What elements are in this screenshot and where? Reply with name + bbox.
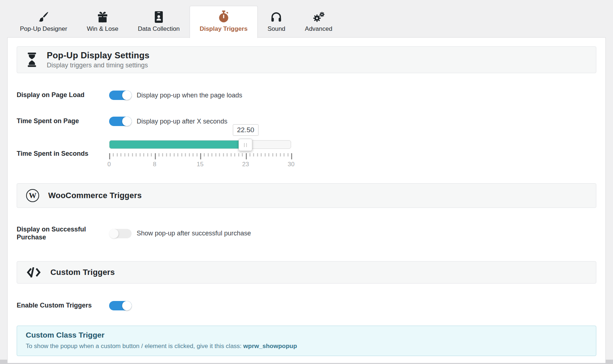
slider-track[interactable] xyxy=(109,140,291,149)
slider-minor-tick xyxy=(257,153,258,156)
slider-major-tick xyxy=(246,153,247,159)
tab-advanced[interactable]: Advanced xyxy=(295,6,342,37)
tab-label: Display Triggers xyxy=(200,25,248,33)
setting-label: Time Spent on Page xyxy=(17,117,109,125)
address-card-icon xyxy=(154,11,163,23)
slider-minor-tick xyxy=(253,153,254,156)
section-header-custom-triggers: Custom Triggers xyxy=(17,261,596,284)
tab-sound[interactable]: Sound xyxy=(258,6,295,37)
slider-minor-tick xyxy=(166,153,167,156)
enable-custom-triggers-row: Enable Custom Triggers xyxy=(17,301,596,310)
slider-minor-tick xyxy=(132,153,133,156)
wordpress-icon: W xyxy=(26,189,40,202)
display-on-purchase-row: Display on Successful Purchase Show pop-… xyxy=(17,226,596,242)
slider-major-tick xyxy=(200,153,201,159)
tab-label: Win & Lose xyxy=(87,25,118,33)
time-spent-in-seconds-row: Time Spent in Seconds 22.50 08152330 xyxy=(17,140,596,168)
section-header-woocommerce: W WooCommerce Triggers xyxy=(17,183,596,208)
slider-minor-tick xyxy=(170,153,171,156)
tab-pop-up-designer[interactable]: Pop-Up Designer xyxy=(10,6,77,37)
info-box-text: To show the popup when a custom button /… xyxy=(26,343,587,350)
slider-minor-tick xyxy=(189,153,190,156)
slider-minor-tick xyxy=(261,153,262,156)
setting-label: Enable Custom Triggers xyxy=(17,302,109,310)
stopwatch-icon xyxy=(219,11,229,23)
slider-minor-tick xyxy=(158,153,160,156)
slider-minor-tick xyxy=(268,153,269,156)
slider-handle[interactable] xyxy=(239,139,252,151)
section-subtitle: Display triggers and timing settings xyxy=(47,62,149,69)
slider-minor-tick xyxy=(249,153,250,156)
slider-minor-tick xyxy=(140,153,141,156)
tab-display-triggers[interactable]: Display Triggers xyxy=(190,6,258,38)
slider-minor-tick xyxy=(128,153,129,156)
slider-tick-label: 0 xyxy=(107,161,111,168)
slider-minor-tick xyxy=(287,153,289,156)
slider-minor-tick xyxy=(185,153,186,156)
custom-class-trigger-box: Custom Class Trigger To show the popup w… xyxy=(17,326,596,356)
slider-minor-tick xyxy=(136,153,137,156)
slider-minor-tick xyxy=(162,153,163,156)
section-header-display-settings: Pop-Up Display Settings Display triggers… xyxy=(17,46,596,73)
slider-minor-tick xyxy=(227,153,228,156)
slider-minor-tick xyxy=(242,153,243,156)
settings-panel: Pop-Up Display Settings Display triggers… xyxy=(7,37,606,363)
slider-tick-label: 15 xyxy=(197,161,204,168)
custom-class-name: wprw_showpopup xyxy=(243,343,297,350)
setting-description: Show pop-up after successful purchase xyxy=(137,230,251,237)
slider-minor-tick xyxy=(272,153,273,156)
code-icon xyxy=(26,267,42,278)
slider-minor-tick xyxy=(181,153,182,156)
svg-text:W: W xyxy=(29,191,37,200)
section-title: Pop-Up Display Settings xyxy=(47,50,149,60)
tab-label: Advanced xyxy=(305,25,332,33)
setting-description: Display pop-up after X seconds xyxy=(137,118,227,125)
slider-minor-tick xyxy=(276,153,277,156)
tab-data-collection[interactable]: Data Collection xyxy=(128,6,189,37)
toggle-knob xyxy=(122,301,132,310)
slider-minor-tick xyxy=(196,153,198,156)
slider-tick-label: 23 xyxy=(242,161,249,168)
hourglass-icon xyxy=(26,52,38,68)
setting-description: Display pop-up when the page loads xyxy=(137,92,242,99)
tab-label: Sound xyxy=(268,25,285,33)
section-title: Custom Triggers xyxy=(50,268,115,277)
display-on-page-load-toggle[interactable] xyxy=(109,91,132,100)
slider-value-bubble: 22.50 xyxy=(233,124,259,136)
toggle-knob xyxy=(109,229,119,238)
headphones-icon xyxy=(270,11,282,23)
toggle-knob xyxy=(122,117,132,126)
info-box-title: Custom Class Trigger xyxy=(26,331,587,339)
tab-win-lose[interactable]: Win & Lose xyxy=(77,6,128,37)
slider-minor-tick xyxy=(219,153,220,156)
enable-custom-triggers-toggle[interactable] xyxy=(109,301,132,310)
slider-minor-tick xyxy=(234,153,235,156)
slider-minor-tick xyxy=(223,153,224,156)
slider-minor-tick xyxy=(113,153,114,156)
slider-minor-tick xyxy=(283,153,285,156)
paintbrush-icon xyxy=(38,11,49,23)
slider-minor-tick xyxy=(280,153,281,156)
display-on-page-load-row: Display on Page Load Display pop-up when… xyxy=(17,91,596,100)
slider-minor-tick xyxy=(143,153,144,156)
slider-minor-tick xyxy=(174,153,175,156)
slider-minor-tick xyxy=(117,153,118,156)
slider-major-tick xyxy=(291,153,292,159)
display-on-purchase-toggle[interactable] xyxy=(109,229,132,238)
seconds-slider: 22.50 08152330 xyxy=(109,140,291,168)
slider-minor-tick xyxy=(231,153,232,156)
slider-minor-tick xyxy=(204,153,205,156)
slider-tick-label: 30 xyxy=(288,161,295,168)
time-spent-on-page-toggle[interactable] xyxy=(109,117,132,126)
slider-minor-tick xyxy=(208,153,209,156)
tab-label: Pop-Up Designer xyxy=(20,25,67,33)
slider-minor-tick xyxy=(124,153,125,156)
slider-minor-tick xyxy=(177,153,178,156)
slider-minor-tick xyxy=(120,153,121,156)
slider-tick-scale: 08152330 xyxy=(109,153,291,168)
gift-icon xyxy=(97,11,108,23)
slider-major-tick xyxy=(155,153,156,159)
slider-fill xyxy=(109,141,245,148)
slider-tick-label: 8 xyxy=(153,161,156,168)
slider-minor-tick xyxy=(147,153,148,156)
